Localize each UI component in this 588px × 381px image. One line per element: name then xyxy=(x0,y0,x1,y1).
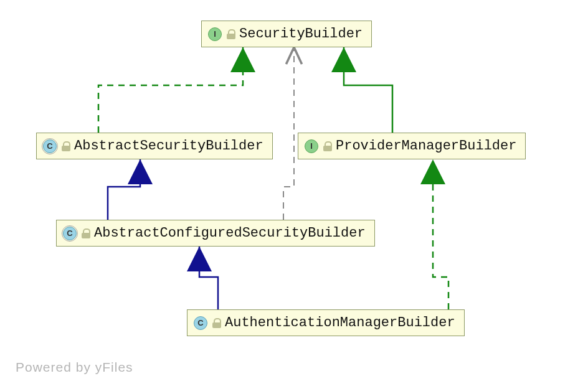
class-label: SecurityBuilder xyxy=(239,26,363,42)
edge-amb-extends-acsb xyxy=(199,247,218,309)
class-label: ProviderManagerBuilder xyxy=(336,138,516,154)
class-node-security-builder[interactable]: I SecurityBuilder xyxy=(201,21,372,47)
class-icon: C xyxy=(63,227,77,240)
class-icon: C xyxy=(43,139,57,153)
class-node-provider-manager-builder[interactable]: I ProviderManagerBuilder xyxy=(298,133,526,159)
class-label: AuthenticationManagerBuilder xyxy=(225,315,455,331)
footer-credit: Powered by yFiles xyxy=(16,360,133,375)
class-icon: C xyxy=(194,316,207,330)
interface-icon: I xyxy=(305,139,318,153)
interface-icon: I xyxy=(208,27,222,41)
class-label: AbstractConfiguredSecurityBuilder xyxy=(94,225,366,241)
class-node-abstract-configured-security-builder[interactable]: C AbstractConfiguredSecurityBuilder xyxy=(56,220,375,247)
lock-icon xyxy=(227,29,235,39)
edge-acsb-depends-securitybuilder xyxy=(283,47,294,220)
lock-icon xyxy=(82,228,90,238)
class-node-abstract-security-builder[interactable]: C AbstractSecurityBuilder xyxy=(36,133,273,159)
edge-acsb-extends-absbuilder xyxy=(108,159,140,220)
edge-providermgr-extends-securitybuilder xyxy=(344,47,392,133)
lock-icon xyxy=(212,318,221,328)
edge-absbuilder-implements-securitybuilder xyxy=(98,47,243,133)
class-node-authentication-manager-builder[interactable]: C AuthenticationManagerBuilder xyxy=(187,309,465,336)
class-label: AbstractSecurityBuilder xyxy=(74,138,263,154)
lock-icon xyxy=(62,141,70,151)
edge-amb-implements-providermgr xyxy=(433,159,448,309)
lock-icon xyxy=(323,141,332,151)
